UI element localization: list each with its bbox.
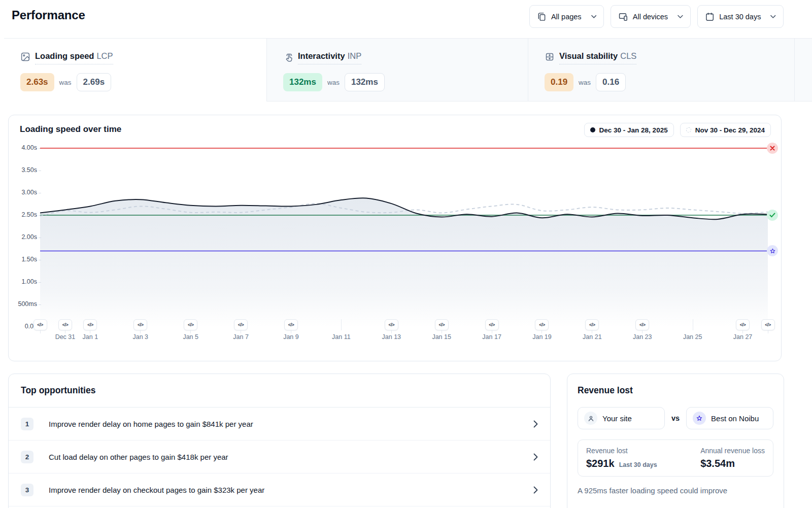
tab-loading-speed-lcp[interactable]: Loading speedLCP 2.63s was 2.69s bbox=[4, 39, 266, 101]
x-axis-label: Jan 27 bbox=[733, 333, 753, 341]
deployment-marker-icon[interactable]: </> bbox=[736, 319, 750, 330]
annual-revenue-loss-label: Annual revenue loss bbox=[700, 447, 765, 455]
annual-revenue-loss-value: $3.54m bbox=[700, 458, 735, 469]
metric-name: Visual stability bbox=[559, 51, 618, 60]
deployment-marker-icon[interactable]: </> bbox=[234, 319, 248, 330]
metric-abbr: INP bbox=[348, 51, 362, 60]
x-axis-label: Jan 25 bbox=[683, 333, 702, 341]
chevron-down-icon bbox=[770, 15, 776, 19]
best-on-noibu-label: Best on Noibu bbox=[711, 414, 759, 423]
legend-previous-label: Nov 30 - Dec 29, 2024 bbox=[695, 126, 765, 134]
rank-badge: 2 bbox=[21, 451, 33, 463]
best-on-noibu-button[interactable]: Best on Noibu bbox=[686, 407, 773, 429]
top-opportunities-title: Top opportunities bbox=[9, 374, 550, 408]
metric-name: Loading speed bbox=[35, 51, 94, 60]
opportunity-row[interactable]: 1Improve render delay on home pages to g… bbox=[9, 408, 550, 441]
layout-shift-icon bbox=[545, 52, 555, 62]
devices-filter-dropdown[interactable]: All devices bbox=[611, 5, 691, 28]
rank-badge: 1 bbox=[21, 418, 33, 430]
chevron-right-icon bbox=[533, 486, 538, 494]
metric-tabs-overflow bbox=[794, 39, 812, 101]
metric-current-badge: 0.19 bbox=[545, 73, 573, 91]
y-axis-label: 500ms bbox=[9, 300, 37, 308]
metric-previous-badge: 0.16 bbox=[596, 73, 626, 91]
opportunity-text: Improve render delay on home pages to ga… bbox=[49, 420, 253, 428]
x-axis-label: Jan 23 bbox=[633, 333, 652, 341]
opportunity-text: Improve render delay on checkout pages t… bbox=[49, 486, 264, 494]
x-axis-label: Jan 11 bbox=[332, 333, 351, 341]
x-axis-tick bbox=[341, 319, 342, 330]
tap-icon bbox=[283, 52, 293, 62]
chart-title: Loading speed over time bbox=[20, 124, 121, 134]
x-axis-label: Dec 31 bbox=[55, 333, 76, 341]
deployment-marker-icon[interactable]: </> bbox=[284, 319, 298, 330]
date-range-dropdown[interactable]: Last 30 days bbox=[697, 5, 784, 28]
vs-label: vs bbox=[671, 414, 680, 422]
dashed-dot-icon bbox=[686, 127, 691, 132]
legend-current-period[interactable]: Dec 30 - Jan 28, 2025 bbox=[584, 123, 674, 137]
metric-current-badge: 132ms bbox=[283, 73, 322, 91]
your-site-button[interactable]: Your site bbox=[578, 407, 665, 429]
metric-previous-badge: 132ms bbox=[345, 73, 385, 91]
date-range-label: Last 30 days bbox=[719, 13, 761, 21]
deployment-marker-icon[interactable]: </> bbox=[761, 319, 775, 330]
opportunity-text: Cut load delay on other pages to gain $4… bbox=[49, 453, 228, 461]
deployment-marker-icon[interactable]: </> bbox=[535, 319, 549, 330]
deployment-marker-icon[interactable]: </> bbox=[485, 319, 499, 330]
x-axis-label: Jan 9 bbox=[283, 333, 299, 341]
best-on-noibu-star-icon bbox=[767, 245, 778, 256]
y-axis-label: 1.00s bbox=[9, 278, 37, 285]
x-axis-label: Jan 7 bbox=[233, 333, 249, 341]
x-axis-label: Jan 19 bbox=[532, 333, 552, 341]
x-axis-label: Jan 15 bbox=[432, 333, 451, 341]
x-axis-label: Jan 21 bbox=[583, 333, 602, 341]
deployment-marker-icon[interactable]: </> bbox=[585, 319, 599, 330]
revenue-lost-period: Last 30 days bbox=[619, 461, 657, 468]
pages-filter-label: All pages bbox=[551, 13, 582, 21]
metric-name: Interactivity bbox=[298, 51, 345, 60]
y-axis-label: 4.00s bbox=[9, 144, 37, 151]
metric-current-badge: 2.63s bbox=[20, 73, 54, 91]
site-comparison: Your site vs Best on Noibu bbox=[578, 407, 773, 429]
y-axis-label: 2.50s bbox=[9, 211, 37, 218]
x-axis: </></></></></></></></></></></></></><… bbox=[40, 319, 768, 350]
good-threshold-icon bbox=[767, 210, 778, 221]
deployment-marker-icon[interactable]: </> bbox=[385, 319, 398, 330]
filter-bar: All pages All devices Last 30 days bbox=[529, 5, 784, 28]
pages-filter-dropdown[interactable]: All pages bbox=[529, 5, 604, 28]
poor-threshold-icon bbox=[767, 143, 778, 154]
legend-previous-period[interactable]: Nov 30 - Dec 29, 2024 bbox=[680, 123, 771, 137]
devices-filter-label: All devices bbox=[633, 13, 668, 21]
chevron-right-icon bbox=[533, 453, 538, 461]
deployment-marker-icon[interactable]: </> bbox=[184, 319, 197, 330]
deployment-marker-icon[interactable]: </> bbox=[435, 319, 449, 330]
x-axis-label: Jan 1 bbox=[83, 333, 98, 341]
deployment-marker-icon[interactable]: </> bbox=[58, 319, 72, 330]
tab-interactivity-inp[interactable]: InteractivityINP 132ms was 132ms bbox=[266, 39, 528, 101]
x-axis-label: Jan 3 bbox=[132, 333, 148, 341]
x-axis-tick bbox=[693, 319, 693, 330]
opportunity-row[interactable]: 3Improve render delay on checkout pages … bbox=[9, 473, 550, 506]
metric-abbr: CLS bbox=[620, 51, 636, 60]
revenue-lost-stat: Revenue lost $291k Last 30 days bbox=[586, 447, 657, 469]
performance-dashboard: { "header": { "title": "Performance", "f… bbox=[0, 0, 812, 508]
tab-visual-stability-cls[interactable]: Visual stabilityCLS 0.19 was 0.16 bbox=[528, 39, 794, 101]
loading-speed-chart-card: Loading speed over time Dec 30 - Jan 28,… bbox=[8, 115, 782, 361]
annual-revenue-loss-stat: Annual revenue loss $3.54m bbox=[700, 447, 765, 469]
was-label: was bbox=[59, 79, 72, 86]
calendar-icon bbox=[705, 12, 715, 22]
revenue-lost-value: $291k bbox=[586, 458, 615, 469]
opportunity-row[interactable]: 2Cut load delay on other pages to gain $… bbox=[9, 441, 550, 473]
pages-icon bbox=[537, 12, 547, 22]
current-series-fill bbox=[40, 198, 768, 327]
revenue-stats: Revenue lost $291k Last 30 days Annual r… bbox=[578, 439, 773, 477]
deployment-marker-icon[interactable]: </> bbox=[83, 319, 97, 330]
metric-tabs: Loading speedLCP 2.63s was 2.69s Interac… bbox=[4, 38, 812, 101]
metric-abbr: LCP bbox=[96, 51, 113, 60]
y-axis-label: 1.50s bbox=[9, 256, 37, 263]
deployment-marker-icon[interactable]: </> bbox=[33, 319, 47, 330]
deployment-marker-icon[interactable]: </> bbox=[133, 319, 147, 330]
top-opportunities-list: 1Improve render delay on home pages to g… bbox=[9, 408, 550, 506]
y-axis-label: 3.50s bbox=[9, 166, 37, 174]
deployment-marker-icon[interactable]: </> bbox=[635, 319, 649, 330]
